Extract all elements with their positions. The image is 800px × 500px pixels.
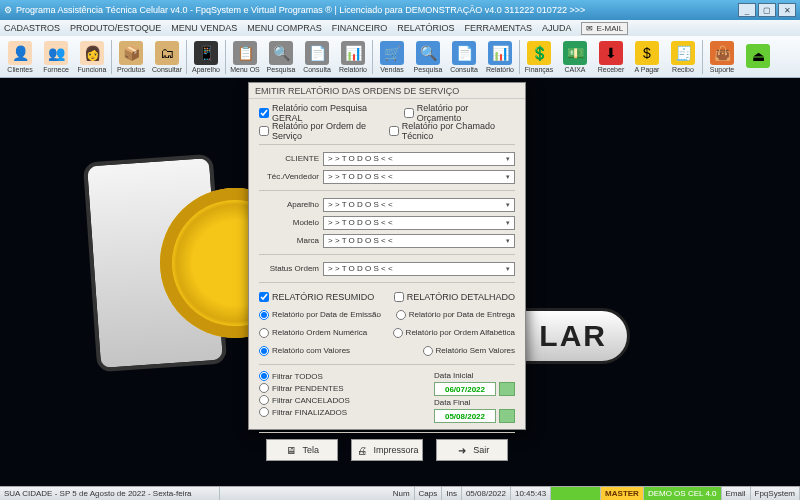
window-titlebar: ⚙ Programa Assistência Técnica Celular v…: [0, 0, 800, 20]
label-vendedor: Téc./Vendedor: [259, 172, 319, 181]
toolbar-aparelho[interactable]: 📱Aparelho: [188, 37, 224, 77]
radio-emissao[interactable]: Relatório por Data de Emissão: [259, 310, 381, 320]
toolbar-pesquisa[interactable]: 🔍Pesquisa: [263, 37, 299, 77]
calendar-button-inicial[interactable]: [499, 382, 515, 396]
status-location: SUA CIDADE - SP 5 de Agosto de 2022 - Se…: [0, 487, 220, 500]
toolbar-receber[interactable]: ⬇Receber: [593, 37, 629, 77]
toolbar-suporte[interactable]: 👜Suporte: [704, 37, 740, 77]
label-data-inicial: Data Inicial: [434, 371, 486, 380]
select-vendedor[interactable]: > > T O D O S < <: [323, 170, 515, 184]
check-pesquisa-geral[interactable]: Relatório com Pesquisa GERAL: [259, 103, 400, 123]
status-num: Num: [389, 487, 415, 500]
radio-filtrar-pendentes[interactable]: Filtrar PENDENTES: [259, 383, 430, 393]
radio-filtrar-finalizados[interactable]: Filtrar FINALIZADOS: [259, 407, 430, 417]
check-chamado-tecnico[interactable]: Relatório por Chamado Técnico: [389, 121, 515, 141]
toolbar-label: Vendas: [380, 66, 403, 73]
status-demo: DEMO OS CEL 4.0: [644, 487, 722, 500]
aparelho-icon: 📱: [194, 41, 218, 65]
toolbar-relatório[interactable]: 📊Relatório: [335, 37, 371, 77]
label-aparelho: Aparelho: [259, 200, 319, 209]
vendas-icon: 🛒: [380, 41, 404, 65]
statusbar: SUA CIDADE - SP 5 de Agosto de 2022 - Se…: [0, 486, 800, 500]
suporte-icon: 👜: [710, 41, 734, 65]
toolbar-label: Menu OS: [230, 66, 260, 73]
menu-produto[interactable]: PRODUTO/ESTOQUE: [70, 23, 161, 33]
radio-numerica[interactable]: Relatório Ordem Numérica: [259, 328, 367, 338]
produtos-icon: 📦: [119, 41, 143, 65]
toolbar-consulta[interactable]: 📄Consulta: [446, 37, 482, 77]
menu-ferramentas[interactable]: FERRAMENTAS: [465, 23, 532, 33]
menu-relatorios[interactable]: RELATÓRIOS: [397, 23, 454, 33]
toolbar-finanças[interactable]: 💲Finanças: [521, 37, 557, 77]
menu-compras[interactable]: MENU COMPRAS: [247, 23, 322, 33]
check-detalhado[interactable]: RELATÓRIO DETALHADO: [394, 292, 515, 302]
toolbar-label: Receber: [598, 66, 624, 73]
menu-financeiro[interactable]: FINANCEIRO: [332, 23, 388, 33]
menu-ajuda[interactable]: AJUDA: [542, 23, 572, 33]
toolbar-fornece[interactable]: 👥Fornece: [38, 37, 74, 77]
impressora-button[interactable]: 🖨Impressora: [351, 439, 423, 461]
check-orcamento[interactable]: Relatório por Orçamento: [404, 103, 515, 123]
receber-icon: ⬇: [599, 41, 623, 65]
exit-icon: ⏏: [746, 44, 770, 68]
close-button[interactable]: ✕: [778, 3, 796, 17]
sair-button[interactable]: ➜Sair: [436, 439, 508, 461]
relatório-icon: 📊: [341, 41, 365, 65]
check-resumido[interactable]: RELATÓRIO RESUMIDO: [259, 292, 374, 302]
main-toolbar: 👤Clientes👥Fornece👩Funciona📦Produtos🗂Cons…: [0, 36, 800, 78]
status-time: 10:45:43: [511, 487, 551, 500]
toolbar-clientes[interactable]: 👤Clientes: [2, 37, 38, 77]
tela-button[interactable]: 🖥Tela: [266, 439, 338, 461]
status-fpqsystem: FpqSystem: [751, 487, 800, 500]
minimize-button[interactable]: _: [738, 3, 756, 17]
toolbar-label: Consultar: [152, 66, 182, 73]
radio-entrega[interactable]: Relatório por Data de Entrega: [396, 310, 515, 320]
toolbar-menu os[interactable]: 📋Menu OS: [227, 37, 263, 77]
select-aparelho[interactable]: > > T O D O S < <: [323, 198, 515, 212]
email-button[interactable]: ✉E-MAIL: [581, 22, 628, 35]
maximize-button[interactable]: ▢: [758, 3, 776, 17]
exit-icon: ➜: [455, 443, 469, 457]
select-marca[interactable]: > > T O D O S < <: [323, 234, 515, 248]
caixa-icon: 💵: [563, 41, 587, 65]
toolbar-exit[interactable]: ⏏: [740, 37, 776, 77]
toolbar-label: Fornece: [43, 66, 69, 73]
toolbar-a pagar[interactable]: $A Pagar: [629, 37, 665, 77]
check-ordem-servico[interactable]: Relatório por Ordem de Serviço: [259, 121, 385, 141]
toolbar-produtos[interactable]: 📦Produtos: [113, 37, 149, 77]
toolbar-label: A Pagar: [635, 66, 660, 73]
radio-com-valores[interactable]: Relatório com Valores: [259, 346, 350, 356]
input-data-inicial[interactable]: [434, 382, 496, 396]
toolbar-pesquisa[interactable]: 🔍Pesquisa: [410, 37, 446, 77]
radio-filtrar-todos[interactable]: Filtrar TODOS: [259, 371, 430, 381]
clientes-icon: 👤: [8, 41, 32, 65]
toolbar-consulta[interactable]: 📄Consulta: [299, 37, 335, 77]
radio-sem-valores[interactable]: Relatório Sem Valores: [423, 346, 515, 356]
radio-alfabetica[interactable]: Relatório por Ordem Alfabética: [393, 328, 515, 338]
toolbar-funciona[interactable]: 👩Funciona: [74, 37, 110, 77]
calendar-button-final[interactable]: [499, 409, 515, 423]
toolbar-label: Aparelho: [192, 66, 220, 73]
toolbar-recibo[interactable]: 🧾Recibo: [665, 37, 701, 77]
input-data-final[interactable]: [434, 409, 496, 423]
status-email: Email: [722, 487, 751, 500]
radio-filtrar-cancelados[interactable]: Filtrar CANCELADOS: [259, 395, 430, 405]
toolbar-relatório[interactable]: 📊Relatório: [482, 37, 518, 77]
pesquisa-icon: 🔍: [416, 41, 440, 65]
consulta-icon: 📄: [305, 41, 329, 65]
screen-icon: 🖥: [284, 443, 298, 457]
select-status[interactable]: > > T O D O S < <: [323, 262, 515, 276]
menu-vendas[interactable]: MENU VENDAS: [171, 23, 237, 33]
toolbar-caixa[interactable]: 💵CAIXA: [557, 37, 593, 77]
toolbar-label: Consulta: [450, 66, 478, 73]
select-modelo[interactable]: > > T O D O S < <: [323, 216, 515, 230]
toolbar-vendas[interactable]: 🛒Vendas: [374, 37, 410, 77]
menu-cadastros[interactable]: CADASTROS: [4, 23, 60, 33]
a pagar-icon: $: [635, 41, 659, 65]
toolbar-consultar[interactable]: 🗂Consultar: [149, 37, 185, 77]
pesquisa-icon: 🔍: [269, 41, 293, 65]
label-status: Status Ordem: [259, 264, 319, 273]
recibo-icon: 🧾: [671, 41, 695, 65]
select-cliente[interactable]: > > T O D O S < <: [323, 152, 515, 166]
status-date: 05/08/2022: [462, 487, 511, 500]
